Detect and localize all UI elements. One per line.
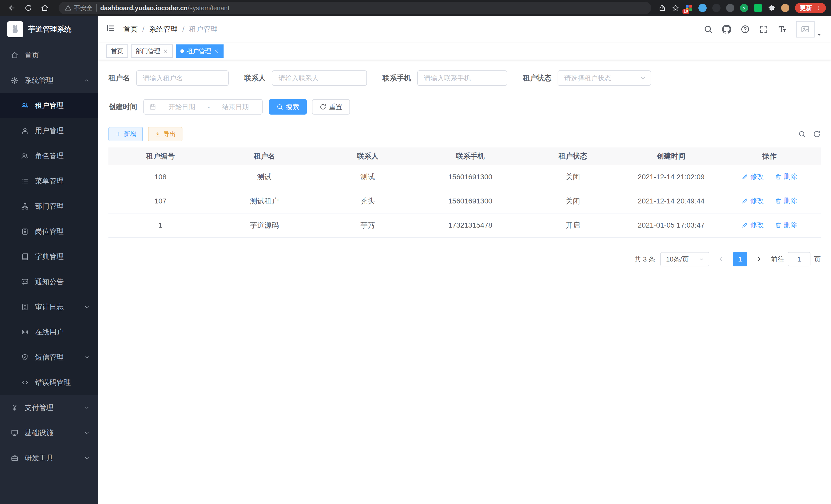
main-area: 首页 / 系统管理 / 租户管理 bbox=[98, 16, 831, 504]
sidebar-item-post-management[interactable]: 岗位管理 bbox=[0, 219, 98, 244]
cell-tenant-name: 测试租户 bbox=[212, 189, 317, 213]
prev-page-button[interactable] bbox=[714, 252, 728, 266]
col-actions: 操作 bbox=[718, 147, 821, 165]
trash-icon bbox=[775, 173, 782, 180]
sidebar-item-online-users[interactable]: 在线用户 bbox=[0, 320, 98, 345]
sidebar-item-user-management[interactable]: 用户管理 bbox=[0, 118, 98, 143]
goto-page-input[interactable] bbox=[788, 252, 810, 266]
star-icon bbox=[672, 4, 679, 12]
delete-label: 删除 bbox=[784, 196, 797, 205]
address-bar[interactable]: 不安全 dashboard.yudao.iocoder.cn/system/te… bbox=[59, 2, 651, 14]
edit-link[interactable]: 修改 bbox=[742, 172, 764, 181]
cell-tenant-name: 芋道源码 bbox=[212, 213, 317, 237]
sidebar-item-dept-management[interactable]: 部门管理 bbox=[0, 194, 98, 219]
url-divider bbox=[96, 4, 96, 11]
sidebar-item-system-management[interactable]: 系统管理 bbox=[0, 68, 98, 93]
page-size-select[interactable]: 10条/页 bbox=[660, 252, 709, 266]
sidebar-item-infrastructure[interactable]: 基础设施 bbox=[0, 420, 98, 445]
status-select[interactable]: 请选择租户状态 bbox=[557, 70, 651, 86]
page-size-value: 10条/页 bbox=[666, 255, 689, 264]
filter-tenant-name: 租户名 bbox=[109, 70, 229, 86]
goto-label: 前往 bbox=[771, 255, 784, 264]
sidebar-item-label: 基础设施 bbox=[25, 428, 53, 438]
extension-icon-gray[interactable] bbox=[726, 4, 735, 12]
status-select-placeholder: 请选择租户状态 bbox=[564, 74, 611, 83]
tab-home[interactable]: 首页 bbox=[106, 45, 128, 58]
edit-link[interactable]: 修改 bbox=[742, 220, 764, 229]
tenant-name-input[interactable] bbox=[136, 70, 229, 86]
phone-input[interactable] bbox=[417, 70, 507, 86]
filter-phone: 联系手机 bbox=[382, 70, 507, 86]
browser-update-button[interactable]: 更新 bbox=[795, 3, 826, 13]
bookmark-button[interactable] bbox=[672, 4, 679, 12]
app-logo-row[interactable]: 芋道管理系统 bbox=[0, 16, 98, 42]
extension-icon-green-square[interactable] bbox=[754, 4, 762, 12]
breadcrumb-system[interactable]: 系统管理 bbox=[149, 24, 178, 34]
browser-home-button[interactable] bbox=[38, 1, 51, 14]
security-chip[interactable]: 不安全 bbox=[65, 4, 92, 12]
edit-link[interactable]: 修改 bbox=[742, 196, 764, 205]
delete-link[interactable]: 删除 bbox=[775, 220, 797, 229]
breadcrumb-separator: / bbox=[182, 25, 184, 33]
extension-icon-blue[interactable] bbox=[698, 4, 707, 12]
help-button[interactable] bbox=[741, 25, 750, 34]
extension-icon-dark[interactable] bbox=[712, 4, 720, 12]
close-icon[interactable] bbox=[214, 49, 219, 54]
extension-pinned[interactable]: 10 bbox=[685, 4, 693, 12]
book-icon bbox=[21, 253, 29, 261]
sidebar-item-sms-management[interactable]: 短信管理 bbox=[0, 345, 98, 370]
user-icon bbox=[21, 127, 29, 135]
export-button[interactable]: 导出 bbox=[148, 127, 182, 141]
sidebar-item-notice[interactable]: 通知公告 bbox=[0, 269, 98, 294]
sidebar-item-audit-log[interactable]: 审计日志 bbox=[0, 294, 98, 320]
close-icon[interactable] bbox=[163, 49, 168, 54]
date-separator: - bbox=[208, 103, 210, 111]
app-logo bbox=[7, 21, 23, 37]
font-size-button[interactable] bbox=[778, 25, 787, 34]
filter-contact: 联系人 bbox=[244, 70, 367, 86]
sidebar-item-home[interactable]: 首页 bbox=[0, 42, 98, 68]
sidebar-toggle-button[interactable] bbox=[106, 24, 115, 35]
sidebar-item-payment-management[interactable]: 支付管理 bbox=[0, 395, 98, 420]
security-label: 不安全 bbox=[74, 4, 92, 12]
tab-tenant-management[interactable]: 租户管理 bbox=[176, 45, 224, 58]
kebab-menu-icon bbox=[815, 5, 821, 11]
breadcrumb-home[interactable]: 首页 bbox=[123, 24, 138, 34]
sidebar-item-role-management[interactable]: 角色管理 bbox=[0, 143, 98, 169]
extension-icon-green-circle[interactable]: y bbox=[740, 4, 748, 12]
breadcrumb-current: 租户管理 bbox=[189, 24, 218, 34]
cell-created: 2021-12-14 21:02:09 bbox=[624, 165, 718, 189]
sidebar-item-menu-management[interactable]: 菜单管理 bbox=[0, 169, 98, 194]
browser-back-button[interactable] bbox=[5, 1, 19, 14]
browser-reload-button[interactable] bbox=[22, 1, 35, 14]
reset-button[interactable]: 重置 bbox=[312, 99, 350, 115]
col-tenant-id: 租户编号 bbox=[109, 147, 212, 165]
toggle-search-icon[interactable] bbox=[798, 130, 806, 138]
delete-link[interactable]: 删除 bbox=[775, 172, 797, 181]
chevron-right-icon bbox=[756, 256, 763, 263]
search-button[interactable]: 搜索 bbox=[269, 99, 307, 115]
tab-dept-management[interactable]: 部门管理 bbox=[131, 45, 173, 58]
sidebar-item-tenant-management[interactable]: 租户管理 bbox=[0, 93, 98, 118]
next-page-button[interactable] bbox=[752, 252, 766, 266]
add-button[interactable]: 新增 bbox=[109, 127, 143, 141]
sidebar-item-dev-tools[interactable]: 研发工具 bbox=[0, 445, 98, 471]
profile-avatar[interactable] bbox=[781, 4, 790, 12]
contact-input[interactable] bbox=[272, 70, 367, 86]
user-avatar-menu[interactable] bbox=[796, 21, 822, 37]
start-date-placeholder: 开始日期 bbox=[160, 102, 203, 112]
refresh-table-icon[interactable] bbox=[813, 130, 821, 138]
sidebar-item-error-code-management[interactable]: 错误码管理 bbox=[0, 370, 98, 395]
fullscreen-button[interactable] bbox=[759, 25, 768, 34]
header-search-button[interactable] bbox=[704, 25, 713, 34]
share-button[interactable] bbox=[658, 4, 666, 12]
date-range-picker[interactable]: 开始日期 - 结束日期 bbox=[143, 99, 263, 115]
page-content: 租户名 联系人 联系手机 租户状态 请选择租户状态 bbox=[98, 60, 831, 504]
extension-icon-puzzle[interactable] bbox=[768, 4, 775, 12]
sidebar-item-dict-management[interactable]: 字典管理 bbox=[0, 244, 98, 269]
delete-link[interactable]: 删除 bbox=[775, 196, 797, 205]
page-number-1[interactable]: 1 bbox=[733, 252, 747, 266]
yen-icon bbox=[11, 404, 19, 412]
sidebar-item-label: 岗位管理 bbox=[35, 227, 64, 236]
github-link[interactable] bbox=[722, 25, 731, 34]
